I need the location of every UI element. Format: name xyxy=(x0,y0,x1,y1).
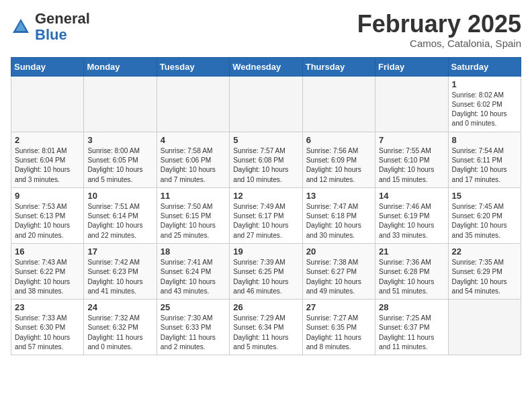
day-info: Sunrise: 7:43 AM Sunset: 6:22 PM Dayligh… xyxy=(15,258,80,296)
page-header: General Blue February 2025 Camos, Catalo… xyxy=(11,11,521,49)
calendar-week-row: 2Sunrise: 8:01 AM Sunset: 6:04 PM Daylig… xyxy=(11,132,521,187)
day-number: 17 xyxy=(87,246,152,257)
day-info: Sunrise: 7:46 AM Sunset: 6:19 PM Dayligh… xyxy=(379,202,444,240)
day-info: Sunrise: 8:00 AM Sunset: 6:05 PM Dayligh… xyxy=(87,146,152,185)
calendar-cell xyxy=(157,76,229,132)
day-info: Sunrise: 8:02 AM Sunset: 6:02 PM Dayligh… xyxy=(452,91,517,129)
calendar-cell: 22Sunrise: 7:35 AM Sunset: 6:29 PM Dayli… xyxy=(448,243,521,299)
day-number: 3 xyxy=(87,135,152,145)
day-of-week-header: Saturday xyxy=(448,57,521,76)
title-block: February 2025 Camos, Catalonia, Spain xyxy=(357,11,521,49)
calendar-cell: 13Sunrise: 7:47 AM Sunset: 6:18 PM Dayli… xyxy=(302,187,375,243)
day-info: Sunrise: 7:55 AM Sunset: 6:10 PM Dayligh… xyxy=(379,146,444,185)
calendar-cell: 9Sunrise: 7:53 AM Sunset: 6:13 PM Daylig… xyxy=(11,187,84,243)
calendar-cell: 25Sunrise: 7:30 AM Sunset: 6:33 PM Dayli… xyxy=(157,300,229,355)
day-number: 1 xyxy=(452,79,517,89)
calendar-cell: 3Sunrise: 8:00 AM Sunset: 6:05 PM Daylig… xyxy=(84,132,157,187)
day-info: Sunrise: 7:32 AM Sunset: 6:32 PM Dayligh… xyxy=(87,314,152,352)
calendar: SundayMondayTuesdayWednesdayThursdayFrid… xyxy=(11,57,521,356)
day-number: 6 xyxy=(306,135,371,145)
calendar-cell: 12Sunrise: 7:49 AM Sunset: 6:17 PM Dayli… xyxy=(230,187,302,243)
day-number: 16 xyxy=(15,246,80,257)
day-number: 13 xyxy=(306,191,371,201)
day-info: Sunrise: 7:30 AM Sunset: 6:33 PM Dayligh… xyxy=(161,314,226,352)
day-of-week-header: Tuesday xyxy=(157,57,229,76)
calendar-cell xyxy=(375,76,448,132)
day-info: Sunrise: 7:33 AM Sunset: 6:30 PM Dayligh… xyxy=(15,314,80,352)
day-number: 8 xyxy=(452,135,517,145)
day-number: 19 xyxy=(233,246,298,257)
calendar-cell: 5Sunrise: 7:57 AM Sunset: 6:08 PM Daylig… xyxy=(230,132,302,187)
calendar-cell: 4Sunrise: 7:58 AM Sunset: 6:06 PM Daylig… xyxy=(157,132,229,187)
calendar-cell: 14Sunrise: 7:46 AM Sunset: 6:19 PM Dayli… xyxy=(375,187,448,243)
day-number: 15 xyxy=(452,191,517,201)
calendar-cell: 19Sunrise: 7:39 AM Sunset: 6:25 PM Dayli… xyxy=(230,243,302,299)
calendar-cell: 8Sunrise: 7:54 AM Sunset: 6:11 PM Daylig… xyxy=(448,132,521,187)
day-of-week-header: Sunday xyxy=(11,57,84,76)
day-info: Sunrise: 7:45 AM Sunset: 6:20 PM Dayligh… xyxy=(452,202,517,240)
calendar-week-row: 16Sunrise: 7:43 AM Sunset: 6:22 PM Dayli… xyxy=(11,243,521,299)
day-info: Sunrise: 7:47 AM Sunset: 6:18 PM Dayligh… xyxy=(306,202,371,240)
logo-icon xyxy=(11,17,31,37)
day-number: 10 xyxy=(87,191,152,201)
day-info: Sunrise: 7:25 AM Sunset: 6:37 PM Dayligh… xyxy=(379,314,444,352)
day-number: 24 xyxy=(87,302,152,312)
calendar-cell: 18Sunrise: 7:41 AM Sunset: 6:24 PM Dayli… xyxy=(157,243,229,299)
day-info: Sunrise: 7:41 AM Sunset: 6:24 PM Dayligh… xyxy=(161,258,226,296)
calendar-cell: 21Sunrise: 7:36 AM Sunset: 6:28 PM Dayli… xyxy=(375,243,448,299)
calendar-week-row: 23Sunrise: 7:33 AM Sunset: 6:30 PM Dayli… xyxy=(11,300,521,355)
day-info: Sunrise: 7:42 AM Sunset: 6:23 PM Dayligh… xyxy=(87,258,152,296)
day-number: 5 xyxy=(233,135,298,145)
day-info: Sunrise: 7:35 AM Sunset: 6:29 PM Dayligh… xyxy=(452,258,517,296)
calendar-cell: 16Sunrise: 7:43 AM Sunset: 6:22 PM Dayli… xyxy=(11,243,84,299)
day-number: 21 xyxy=(379,246,444,257)
calendar-cell: 26Sunrise: 7:29 AM Sunset: 6:34 PM Dayli… xyxy=(230,300,302,355)
calendar-cell xyxy=(11,76,84,132)
day-of-week-header: Monday xyxy=(84,57,157,76)
day-of-week-header: Wednesday xyxy=(230,57,302,76)
day-info: Sunrise: 7:50 AM Sunset: 6:15 PM Dayligh… xyxy=(161,202,226,240)
day-number: 27 xyxy=(306,302,371,312)
location: Camos, Catalonia, Spain xyxy=(357,38,521,49)
day-info: Sunrise: 7:57 AM Sunset: 6:08 PM Dayligh… xyxy=(233,146,298,185)
day-info: Sunrise: 8:01 AM Sunset: 6:04 PM Dayligh… xyxy=(15,146,80,185)
day-info: Sunrise: 7:56 AM Sunset: 6:09 PM Dayligh… xyxy=(306,146,371,185)
calendar-cell: 10Sunrise: 7:51 AM Sunset: 6:14 PM Dayli… xyxy=(84,187,157,243)
logo-text: General Blue xyxy=(35,11,90,43)
calendar-cell xyxy=(230,76,302,132)
day-info: Sunrise: 7:27 AM Sunset: 6:35 PM Dayligh… xyxy=(306,314,371,352)
day-info: Sunrise: 7:51 AM Sunset: 6:14 PM Dayligh… xyxy=(87,202,152,240)
day-number: 2 xyxy=(15,135,80,145)
day-info: Sunrise: 7:38 AM Sunset: 6:27 PM Dayligh… xyxy=(306,258,371,296)
day-number: 20 xyxy=(306,246,371,257)
day-number: 9 xyxy=(15,191,80,201)
calendar-cell: 2Sunrise: 8:01 AM Sunset: 6:04 PM Daylig… xyxy=(11,132,84,187)
day-number: 22 xyxy=(452,246,517,257)
calendar-cell: 20Sunrise: 7:38 AM Sunset: 6:27 PM Dayli… xyxy=(302,243,375,299)
day-number: 28 xyxy=(379,302,444,312)
calendar-cell: 17Sunrise: 7:42 AM Sunset: 6:23 PM Dayli… xyxy=(84,243,157,299)
day-number: 18 xyxy=(161,246,226,257)
calendar-cell: 28Sunrise: 7:25 AM Sunset: 6:37 PM Dayli… xyxy=(375,300,448,355)
calendar-cell xyxy=(84,76,157,132)
calendar-cell: 27Sunrise: 7:27 AM Sunset: 6:35 PM Dayli… xyxy=(302,300,375,355)
day-info: Sunrise: 7:36 AM Sunset: 6:28 PM Dayligh… xyxy=(379,258,444,296)
day-number: 26 xyxy=(233,302,298,312)
logo: General Blue xyxy=(11,11,90,43)
day-number: 14 xyxy=(379,191,444,201)
calendar-cell: 6Sunrise: 7:56 AM Sunset: 6:09 PM Daylig… xyxy=(302,132,375,187)
calendar-cell: 15Sunrise: 7:45 AM Sunset: 6:20 PM Dayli… xyxy=(448,187,521,243)
calendar-cell: 7Sunrise: 7:55 AM Sunset: 6:10 PM Daylig… xyxy=(375,132,448,187)
calendar-cell: 24Sunrise: 7:32 AM Sunset: 6:32 PM Dayli… xyxy=(84,300,157,355)
month-title: February 2025 xyxy=(357,11,521,38)
calendar-cell xyxy=(448,300,521,355)
day-of-week-header: Friday xyxy=(375,57,448,76)
day-info: Sunrise: 7:29 AM Sunset: 6:34 PM Dayligh… xyxy=(233,314,298,352)
day-number: 23 xyxy=(15,302,80,312)
day-number: 7 xyxy=(379,135,444,145)
day-number: 12 xyxy=(233,191,298,201)
day-number: 11 xyxy=(161,191,226,201)
day-of-week-header: Thursday xyxy=(302,57,375,76)
calendar-cell: 23Sunrise: 7:33 AM Sunset: 6:30 PM Dayli… xyxy=(11,300,84,355)
day-info: Sunrise: 7:54 AM Sunset: 6:11 PM Dayligh… xyxy=(452,146,517,185)
